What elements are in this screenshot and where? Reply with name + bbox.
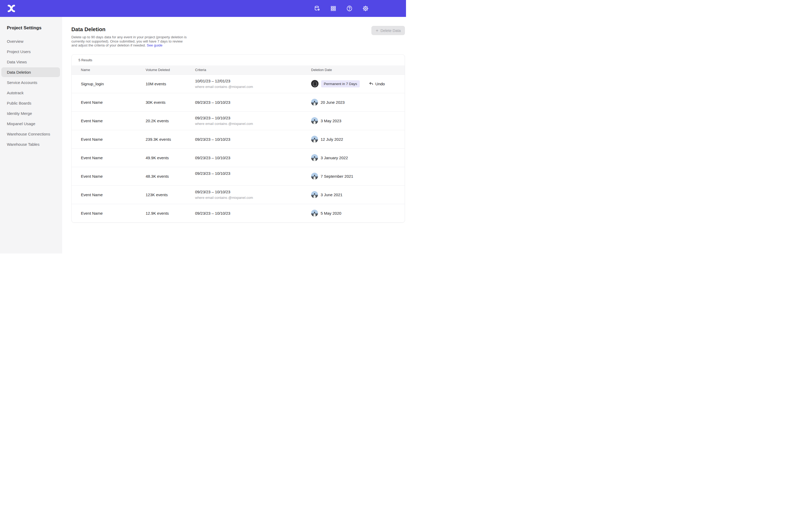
table-row: Event Name 30K events 09/23/23 – 10/10/2… — [71, 93, 405, 111]
row-volume-deleted: 123K events — [146, 192, 195, 197]
row-volume-deleted: 49.9K events — [146, 156, 195, 160]
sidebar-item-mixpanel-usage[interactable]: Mixpanel Usage — [1, 119, 60, 129]
deletion-date: 3 May 2023 — [321, 119, 341, 123]
see-guide-link[interactable]: See guide — [147, 43, 162, 47]
deletion-date: 20 June 2023 — [321, 100, 345, 105]
sidebar-heading: Project Settings — [0, 25, 62, 31]
row-criteria-subtext: where email contains @mixpanel.com — [195, 196, 311, 200]
plus-icon: + — [375, 28, 378, 33]
row-criteria: 09/23/23 – 10/10/23 — [195, 156, 311, 160]
topbar-icons — [312, 4, 370, 13]
table-row: Event Name 239.3K events 09/23/23 – 10/1… — [71, 130, 405, 149]
row-criteria: 09/23/23 – 10/10/23 — [195, 100, 311, 105]
table-row: Event Name 20.2K events 09/23/23 – 10/10… — [71, 111, 405, 130]
sidebar-item-public-boards[interactable]: Public Boards — [1, 98, 60, 108]
row-name: Event Name — [81, 211, 146, 216]
column-header-criteria: Criteria — [195, 68, 311, 72]
sidebar-item-warehouse-connections[interactable]: Warehouse Connections — [1, 129, 60, 139]
row-criteria: 09/23/23 – 10/10/23 — [195, 189, 311, 194]
row-deletion-date-cell: 7 September 2021 — [311, 173, 405, 180]
sidebar-item-overview[interactable]: Overview — [1, 37, 60, 46]
results-count: 5 Results — [71, 55, 405, 65]
row-criteria: 10/01/23 – 12/01/23 — [195, 79, 311, 83]
row-criteria: 09/23/23 – 10/10/23 — [195, 211, 311, 216]
sidebar-item-autotrack[interactable]: Autotrack — [1, 88, 60, 98]
row-name: Event Name — [81, 174, 146, 178]
table-row: Event Name 48.3K events 09/23/23 – 10/10… — [71, 167, 405, 185]
row-name: Event Name — [81, 137, 146, 142]
deletion-date: 5 May 2020 — [321, 211, 341, 216]
table-row: Event Name 49.9K events 09/23/23 – 10/10… — [71, 149, 405, 167]
row-deletion-date-cell: 3 January 2022 — [311, 154, 405, 161]
row-criteria: 09/23/23 – 10/10/23 — [195, 116, 311, 120]
row-deletion-date-cell: Permanent in 7 Days Undo — [311, 80, 405, 88]
row-criteria: 09/23/23 – 10/10/23 — [195, 137, 311, 142]
mixpanel-logo[interactable] — [7, 4, 16, 13]
sidebar-item-service-accounts[interactable]: Service Accounts — [1, 78, 60, 88]
table-body: Signup_login 10M events 10/01/23 – 12/01… — [71, 74, 405, 222]
row-volume-deleted: 20.2K events — [146, 119, 195, 123]
sidebar-item-data-deletion[interactable]: Data Deletion — [1, 67, 60, 77]
sidebar-item-identity-merge[interactable]: Identity Merge — [1, 109, 60, 118]
row-criteria: 09/23/23 – 10/10/23 — [195, 171, 311, 176]
settings-gear-icon[interactable] — [361, 4, 370, 13]
apps-grid-icon[interactable] — [328, 4, 338, 13]
undo-button[interactable]: Undo — [369, 81, 385, 86]
row-criteria-subtext: where email contains @mixpanel.com — [195, 122, 311, 126]
page-description: Delete up to 90 days data for any event … — [71, 35, 188, 48]
table-row: Event Name 12.9K events 09/23/23 – 10/10… — [71, 204, 405, 222]
delete-data-button[interactable]: + Delete Data — [371, 26, 405, 35]
user-avatar — [311, 117, 318, 124]
row-deletion-date-cell: 5 May 2020 — [311, 210, 405, 217]
top-navigation-bar — [0, 0, 406, 17]
delete-data-label: Delete Data — [380, 29, 401, 33]
deletion-requests-card: 5 Results Name Volume Deleted Criteria D… — [71, 54, 405, 223]
data-management-icon[interactable] — [312, 4, 322, 13]
row-volume-deleted: 239.3K events — [146, 137, 195, 142]
main-content: Data Deletion Delete up to 90 days data … — [62, 17, 406, 253]
row-name: Signup_login — [81, 81, 146, 86]
deletion-date: 7 September 2021 — [321, 174, 353, 178]
row-volume-deleted: 48.3K events — [146, 174, 195, 178]
row-criteria-subtext: where email contains @mixpanel.com — [195, 85, 311, 89]
row-name: Event Name — [81, 156, 146, 160]
deletion-date: 12 July 2022 — [321, 137, 343, 142]
row-volume-deleted: 12.9K events — [146, 211, 195, 216]
column-header-volume-deleted: Volume Deleted — [146, 68, 195, 72]
page-title: Data Deletion — [71, 26, 405, 33]
sidebar-item-project-users[interactable]: Project Users — [1, 47, 60, 57]
deletion-date: 3 January 2022 — [321, 156, 348, 160]
column-header-name: Name — [81, 68, 146, 72]
user-avatar — [311, 191, 318, 198]
row-criteria-subtext — [195, 177, 311, 181]
pending-deletion-badge: Permanent in 7 Days — [321, 80, 360, 88]
sidebar-nav: OverviewProject UsersData ViewsData Dele… — [0, 37, 62, 149]
row-name: Event Name — [81, 119, 146, 123]
deletion-date: 3 June 2021 — [321, 192, 343, 197]
row-volume-deleted: 10M events — [146, 81, 195, 86]
user-avatar — [311, 173, 318, 180]
sidebar-item-data-views[interactable]: Data Views — [1, 57, 60, 67]
sidebar-item-warehouse-tables[interactable]: Warehouse Tables — [1, 139, 60, 149]
row-deletion-date-cell: 3 May 2023 — [311, 117, 405, 124]
user-avatar — [311, 154, 318, 161]
help-icon[interactable] — [345, 4, 354, 13]
row-deletion-date-cell: 3 June 2021 — [311, 191, 405, 198]
row-deletion-date-cell: 20 June 2023 — [311, 99, 405, 106]
table-row: Event Name 123K events 09/23/23 – 10/10/… — [71, 185, 405, 204]
column-header-deletion-date: Deletion Date — [311, 68, 405, 72]
table-row: Signup_login 10M events 10/01/23 – 12/01… — [71, 74, 405, 93]
table-header-row: Name Volume Deleted Criteria Deletion Da… — [71, 65, 405, 74]
row-volume-deleted: 30K events — [146, 100, 195, 105]
mixpanel-logo-icon — [7, 4, 15, 12]
project-settings-sidebar: Project Settings OverviewProject UsersDa… — [0, 17, 62, 253]
user-avatar — [311, 99, 318, 106]
row-name: Event Name — [81, 192, 146, 197]
row-name: Event Name — [81, 100, 146, 105]
page-description-text: Delete up to 90 days data for any event … — [71, 35, 187, 47]
user-avatar — [311, 80, 318, 88]
user-avatar — [311, 136, 318, 143]
undo-label: Undo — [375, 81, 385, 86]
row-deletion-date-cell: 12 July 2022 — [311, 136, 405, 143]
undo-icon — [369, 81, 373, 86]
